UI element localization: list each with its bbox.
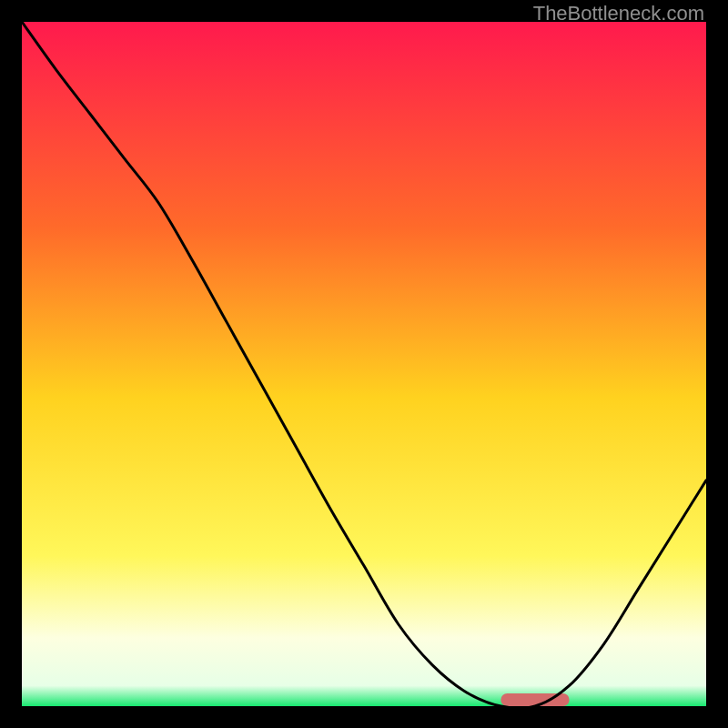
background-gradient bbox=[22, 22, 706, 706]
plot-area bbox=[22, 22, 706, 706]
chart-svg bbox=[22, 22, 706, 706]
chart-frame: TheBottleneck.com bbox=[0, 0, 728, 728]
